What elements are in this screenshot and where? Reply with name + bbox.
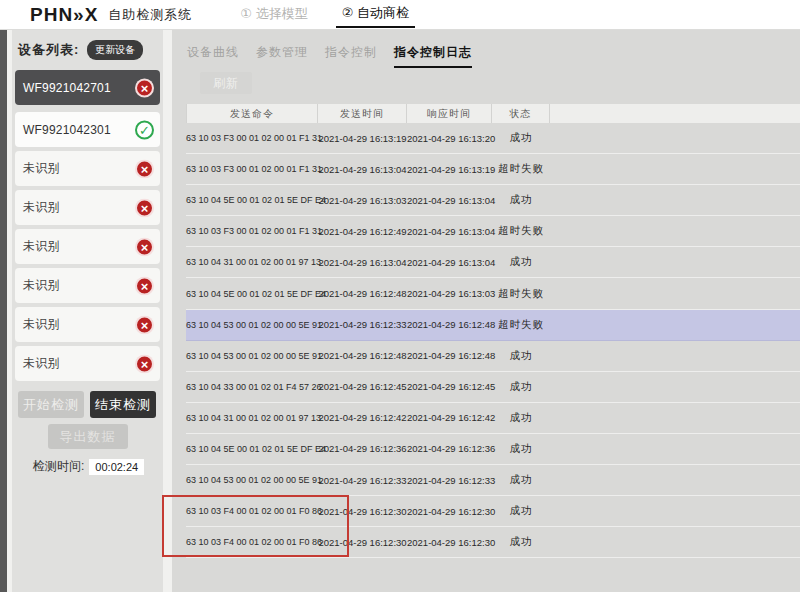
x-circle-icon: × <box>135 276 154 295</box>
cell-send-time: 2021-04-29 16:12:33 <box>318 319 407 330</box>
left-scroll-strip[interactable] <box>0 30 7 592</box>
cell-response-time: 2021-04-29 16:12:30 <box>407 537 492 548</box>
cell-send-time: 2021-04-29 16:13:04 <box>318 257 407 268</box>
cell-status: 超时失败 <box>492 162 550 176</box>
table-row[interactable]: 63 10 04 5E 00 01 02 01 5E DF E4 2021-04… <box>186 185 800 216</box>
device-item[interactable]: 未识别 × <box>15 229 160 264</box>
cell-status: 成功 <box>492 349 550 363</box>
device-list-title: 设备列表: <box>18 41 79 59</box>
cell-response-time: 2021-04-29 16:12:33 <box>407 475 492 486</box>
cell-command: 63 10 04 53 00 01 02 00 00 5E 91 <box>186 475 318 485</box>
refresh-button[interactable]: 刷新 <box>200 72 252 94</box>
device-item[interactable]: 未识别 × <box>15 190 160 225</box>
table-row[interactable]: 63 10 04 31 00 01 02 00 01 97 13 2021-04… <box>186 403 800 434</box>
device-name: 未识别 <box>23 160 60 177</box>
cell-command: 63 10 04 31 00 01 02 00 01 97 13 <box>186 257 318 267</box>
cell-send-time: 2021-04-29 16:12:36 <box>318 443 407 454</box>
device-name: 未识别 <box>23 316 60 333</box>
cell-status: 超时失败 <box>492 287 550 301</box>
x-circle-icon: × <box>135 237 154 256</box>
cell-response-time: 2021-04-29 16:12:48 <box>407 350 492 361</box>
cell-command: 63 10 04 33 00 01 02 01 F4 57 26 <box>186 382 318 392</box>
device-item[interactable]: 未识别 × <box>15 151 160 186</box>
detection-time-label: 检测时间: <box>33 458 84 475</box>
tab-parameter-management[interactable]: 参数管理 <box>256 44 308 68</box>
check-circle-icon: ✓ <box>135 120 154 139</box>
export-data-button[interactable]: 导出数据 <box>48 424 128 449</box>
cell-status: 成功 <box>492 131 550 145</box>
table-row[interactable]: 63 10 04 53 00 01 02 00 00 5E 91 2021-04… <box>186 465 800 496</box>
cell-send-time: 2021-04-29 16:13:03 <box>318 195 407 206</box>
cell-response-time: 2021-04-29 16:12:45 <box>407 381 492 392</box>
device-list: WF9921042701 × WF9921042301 ✓ 未识别 × 未识别 … <box>15 70 160 381</box>
table-row[interactable]: 63 10 04 5E 00 01 02 01 5E DF E4 2021-04… <box>186 434 800 465</box>
device-sidebar: 设备列表: 更新设备 WF9921042701 × WF9921042301 ✓… <box>12 30 163 592</box>
cell-status: 成功 <box>492 473 550 487</box>
device-name: WF9921042701 <box>23 81 111 95</box>
cell-send-time: 2021-04-29 16:12:30 <box>318 537 407 548</box>
cell-command: 63 10 04 5E 00 01 02 01 5E DF E4 <box>186 195 318 205</box>
table-row[interactable]: 63 10 04 31 00 01 02 00 01 97 13 2021-04… <box>186 247 800 278</box>
cell-status: 超时失败 <box>492 224 550 238</box>
col-header-status: 状态 <box>492 104 550 123</box>
cell-status: 成功 <box>492 380 550 394</box>
cell-response-time: 2021-04-29 16:12:42 <box>407 412 492 423</box>
cell-response-time: 2021-04-29 16:13:04 <box>407 226 492 237</box>
wizard-steps: ① 选择模型 ② 自动商检 <box>234 1 415 28</box>
stop-detection-button[interactable]: 结束检测 <box>90 391 156 418</box>
device-item[interactable]: 未识别 × <box>15 346 160 381</box>
cell-status: 成功 <box>492 504 550 518</box>
table-row[interactable]: 63 10 03 F4 00 01 02 00 01 F0 86 2021-04… <box>186 527 800 558</box>
command-log-table: 发送命令 发送时间 响应时间 状态 63 10 03 F3 00 01 02 0… <box>186 104 800 558</box>
table-row[interactable]: 63 10 04 53 00 01 02 00 00 5E 91 2021-04… <box>186 310 800 341</box>
col-header-command: 发送命令 <box>186 104 318 123</box>
device-item[interactable]: WF9921042701 × <box>15 70 160 105</box>
cell-send-time: 2021-04-29 16:12:30 <box>318 506 407 517</box>
table-row[interactable]: 63 10 04 33 00 01 02 01 F4 57 26 2021-04… <box>186 372 800 403</box>
cell-response-time: 2021-04-29 16:13:04 <box>407 257 492 268</box>
table-row[interactable]: 63 10 03 F3 00 01 02 00 01 F1 31 2021-04… <box>186 216 800 247</box>
cell-response-time: 2021-04-29 16:13:20 <box>407 133 492 144</box>
step-auto-inspection[interactable]: ② 自动商检 <box>336 1 415 28</box>
x-circle-icon: × <box>135 354 154 373</box>
cell-send-time: 2021-04-29 16:12:49 <box>318 226 407 237</box>
device-name: 未识别 <box>23 355 60 372</box>
cell-send-time: 2021-04-29 16:13:19 <box>318 133 407 144</box>
device-item[interactable]: 未识别 × <box>15 268 160 303</box>
device-name: 未识别 <box>23 277 60 294</box>
device-item[interactable]: WF9921042301 ✓ <box>15 112 160 147</box>
brand-logo: PHN»X <box>30 4 98 26</box>
cell-send-time: 2021-04-29 16:12:45 <box>318 381 407 392</box>
cell-response-time: 2021-04-29 16:13:03 <box>407 288 492 299</box>
start-detection-button[interactable]: 开始检测 <box>18 391 84 418</box>
app-title: 自助检测系统 <box>108 6 192 24</box>
cell-send-time: 2021-04-29 16:12:42 <box>318 412 407 423</box>
cell-command: 63 10 04 5E 00 01 02 01 5E DF E4 <box>186 444 318 454</box>
cell-response-time: 2021-04-29 16:12:48 <box>407 319 492 330</box>
cell-status: 成功 <box>492 442 550 456</box>
cell-response-time: 2021-04-29 16:13:04 <box>407 195 492 206</box>
table-row[interactable]: 63 10 03 F3 00 01 02 00 01 F1 31 2021-04… <box>186 154 800 185</box>
step-select-model[interactable]: ① 选择模型 <box>234 2 313 27</box>
x-circle-icon: × <box>135 315 154 334</box>
divider <box>163 30 172 592</box>
device-name: WF9921042301 <box>23 123 111 137</box>
cell-command: 63 10 03 F4 00 01 02 00 01 F0 86 <box>186 506 318 516</box>
device-item[interactable]: 未识别 × <box>15 307 160 342</box>
tab-device-curve[interactable]: 设备曲线 <box>187 44 239 68</box>
x-circle-icon: × <box>135 78 154 97</box>
table-row[interactable]: 63 10 03 F3 00 01 02 00 01 F1 31 2021-04… <box>186 123 800 154</box>
table-row[interactable]: 63 10 03 F4 00 01 02 00 01 F0 86 2021-04… <box>186 496 800 527</box>
cell-status: 成功 <box>492 535 550 549</box>
cell-status: 成功 <box>492 193 550 207</box>
table-row[interactable]: 63 10 04 5E 00 01 02 01 5E DF E4 2021-04… <box>186 278 800 309</box>
col-header-response-time: 响应时间 <box>407 104 492 123</box>
tab-command-control-log[interactable]: 指令控制日志 <box>394 44 472 68</box>
table-row[interactable]: 63 10 04 53 00 01 02 00 00 5E 91 2021-04… <box>186 341 800 372</box>
table-header-row: 发送命令 发送时间 响应时间 状态 <box>186 104 800 123</box>
col-header-filler <box>550 104 800 123</box>
tab-command-control[interactable]: 指令控制 <box>325 44 377 68</box>
cell-status: 超时失败 <box>492 318 550 332</box>
update-devices-button[interactable]: 更新设备 <box>87 40 143 60</box>
cell-command: 63 10 04 5E 00 01 02 01 5E DF E4 <box>186 289 318 299</box>
